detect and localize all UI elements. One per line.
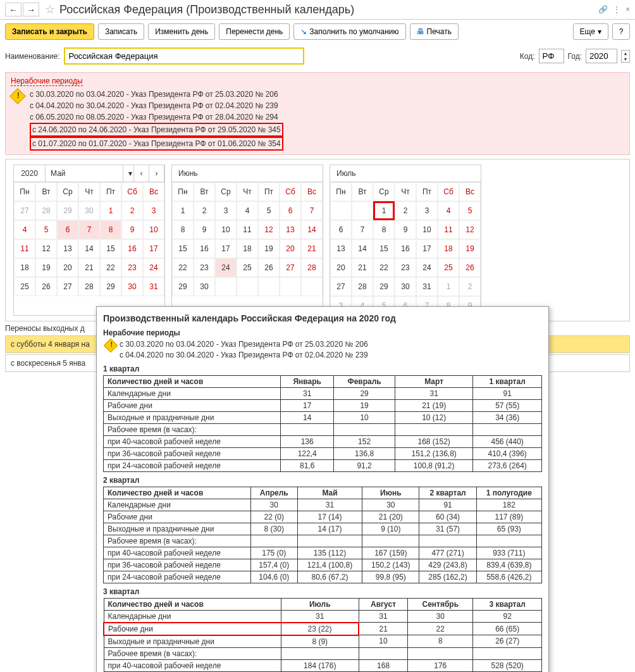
cal-day[interactable]: 4 [438, 201, 459, 220]
cal-day[interactable]: 6 [280, 201, 301, 220]
cal-day[interactable]: 20 [280, 239, 301, 258]
cal-day[interactable]: 10 [215, 220, 237, 239]
cal-day[interactable]: 12 [35, 239, 57, 258]
cal-day[interactable]: 10 [416, 220, 438, 239]
cal-day[interactable]: 2 [459, 277, 481, 296]
cal-next[interactable]: › [149, 165, 164, 182]
periods-title[interactable]: Нерабочие периоды [11, 77, 83, 86]
cal-day[interactable]: 19 [35, 258, 57, 277]
cal-day[interactable]: 27 [57, 277, 78, 296]
forward-button[interactable]: → [23, 3, 39, 16]
cal-day[interactable]: 1 [100, 201, 121, 220]
cal-day[interactable]: 8 [172, 220, 194, 239]
cal-day[interactable]: 21 [78, 258, 100, 277]
cal-day[interactable]: 16 [194, 239, 215, 258]
cal-day[interactable]: 27 [280, 258, 301, 277]
more-button[interactable]: Еще ▾ [573, 23, 608, 40]
cal-year[interactable]: 2020 [14, 165, 46, 182]
cal-day[interactable] [258, 277, 280, 296]
cal-day[interactable]: 30 [395, 277, 416, 296]
move-day-button[interactable]: Перенести день [219, 23, 290, 40]
cal-day[interactable]: 28 [352, 277, 373, 296]
cal-day[interactable]: 22 [373, 258, 395, 277]
cal-day[interactable]: 7 [78, 220, 100, 239]
cal-prev[interactable]: ‹ [134, 165, 149, 182]
cal-day[interactable]: 3 [416, 201, 438, 220]
cal-day[interactable]: 10 [143, 220, 164, 239]
cal-day[interactable]: 2 [121, 201, 143, 220]
cal-day[interactable]: 29 [100, 277, 121, 296]
link-icon[interactable]: 🔗 [598, 5, 608, 14]
cal-day[interactable]: 21 [301, 239, 323, 258]
cal-day[interactable]: 21 [352, 258, 373, 277]
help-button[interactable]: ? [612, 23, 630, 40]
cal-day[interactable]: 1 [438, 277, 459, 296]
cal-day[interactable]: 5 [459, 201, 481, 220]
cal-day[interactable]: 14 [78, 239, 100, 258]
cal-day[interactable]: 16 [121, 239, 143, 258]
cal-day[interactable]: 17 [143, 239, 164, 258]
cal-day[interactable]: 7 [352, 220, 373, 239]
cal-day[interactable]: 11 [14, 239, 35, 258]
cal-day[interactable]: 23 [194, 258, 215, 277]
cal-day[interactable]: 24 [215, 258, 237, 277]
cal-day[interactable]: 29 [172, 277, 194, 296]
cal-day[interactable]: 26 [35, 277, 57, 296]
cal-day[interactable]: 13 [280, 220, 301, 239]
cal-month-may[interactable]: Май [46, 165, 123, 182]
cal-day[interactable]: 1 [172, 201, 194, 220]
cal-day[interactable]: 15 [172, 239, 194, 258]
cal-day[interactable]: 20 [57, 258, 78, 277]
cal-day[interactable]: 19 [258, 239, 280, 258]
cal-day[interactable]: 1 [373, 201, 395, 220]
cal-day[interactable]: 13 [57, 239, 78, 258]
cal-day[interactable]: 6 [57, 220, 78, 239]
cal-day[interactable]: 8 [100, 220, 121, 239]
cal-day[interactable]: 13 [330, 239, 352, 258]
cal-day[interactable]: 8 [373, 220, 395, 239]
cal-day[interactable]: 18 [438, 239, 459, 258]
cal-day[interactable]: 18 [237, 239, 258, 258]
cal-day[interactable] [352, 201, 373, 220]
cal-day[interactable]: 29 [57, 201, 78, 220]
cal-day[interactable]: 6 [330, 220, 352, 239]
cal-day[interactable]: 4 [14, 220, 35, 239]
cal-day[interactable]: 25 [14, 277, 35, 296]
cal-day[interactable]: 14 [352, 239, 373, 258]
cal-day[interactable]: 20 [330, 258, 352, 277]
cal-day[interactable]: 18 [14, 258, 35, 277]
cal-day[interactable]: 2 [395, 201, 416, 220]
cal-day[interactable]: 31 [416, 277, 438, 296]
cal-day[interactable]: 12 [459, 220, 481, 239]
star-icon[interactable]: ☆ [43, 3, 57, 16]
menu-icon[interactable]: ⋮ [613, 5, 620, 14]
cal-day[interactable]: 12 [258, 220, 280, 239]
cal-day[interactable]: 16 [395, 239, 416, 258]
save-close-button[interactable]: Записать и закрыть [5, 23, 94, 40]
cal-day[interactable]: 31 [143, 277, 164, 296]
fill-default-button[interactable]: ↘Заполнить по умолчанию [293, 23, 405, 40]
cal-day[interactable]: 27 [14, 201, 35, 220]
cal-day[interactable]: 25 [438, 258, 459, 277]
save-button[interactable]: Записать [98, 23, 144, 40]
cal-day[interactable]: 23 [121, 258, 143, 277]
cal-day[interactable]: 23 [395, 258, 416, 277]
cal-day[interactable]: 24 [416, 258, 438, 277]
cal-day[interactable] [301, 277, 323, 296]
cal-day[interactable]: 30 [121, 277, 143, 296]
year-input[interactable] [586, 49, 617, 63]
cal-day[interactable]: 9 [395, 220, 416, 239]
cal-day[interactable]: 15 [373, 239, 395, 258]
cal-day[interactable]: 24 [143, 258, 164, 277]
cal-day[interactable]: 30 [194, 277, 215, 296]
cal-day[interactable]: 19 [459, 239, 481, 258]
change-day-button[interactable]: Изменить день [148, 23, 215, 40]
cal-day[interactable]: 27 [330, 277, 352, 296]
cal-day[interactable]: 9 [121, 220, 143, 239]
cal-day[interactable]: 14 [301, 220, 323, 239]
code-input[interactable] [539, 49, 564, 63]
cal-day[interactable]: 9 [194, 220, 215, 239]
cal-day[interactable]: 30 [78, 201, 100, 220]
cal-day[interactable]: 5 [35, 220, 57, 239]
year-spinner[interactable]: ▲▼ [621, 50, 630, 63]
